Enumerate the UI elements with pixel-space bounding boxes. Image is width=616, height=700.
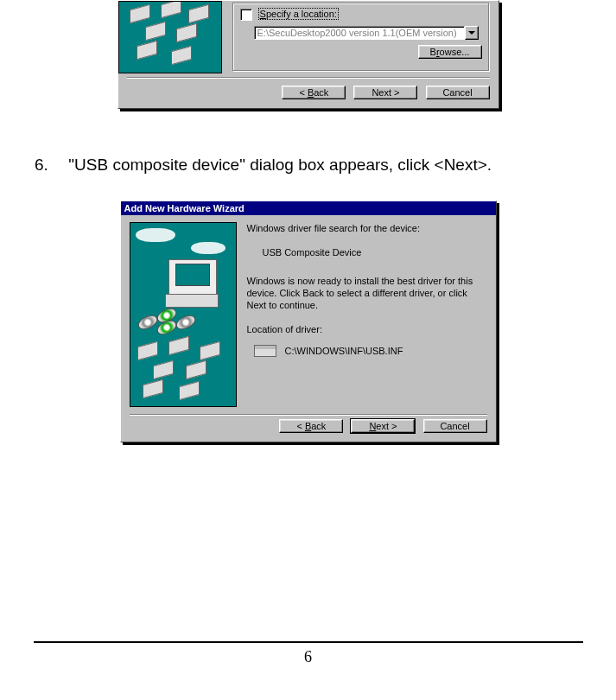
back-button[interactable]: < Back [279,419,343,433]
location-label: Location of driver: [247,323,487,335]
step-6-text: 6. "USB composite device" dialog box app… [35,156,616,175]
location-group: Specify a location: E:\SecuDesktop2000 v… [232,3,490,72]
floppy-icon [143,379,163,398]
location-combo-drop[interactable] [465,26,479,40]
add-hardware-dialog-top: Specify a location: E:\SecuDesktop2000 v… [117,0,499,109]
floppy-icon [168,336,189,355]
pc-base-icon [165,294,219,308]
floppy-icon [179,381,200,400]
next-button[interactable]: Next > [351,419,415,433]
cloud-icon [191,242,225,254]
next-button[interactable]: Next > [353,86,417,99]
cancel-button[interactable]: Cancel [426,86,490,99]
floppy-icon [188,4,209,23]
cancel-button[interactable]: Cancel [423,419,487,433]
floppy-icon [137,41,157,60]
driver-location-value: C:\WINDOWS\INF\USB.INF [285,345,403,357]
wizard-side-image [118,1,222,73]
back-button[interactable]: < Back [282,86,346,99]
page-number: 6 [0,643,616,666]
floppy-icon [176,23,197,42]
chevron-down-icon [465,26,479,40]
dialog-title: Add New Hardware Wizard [121,201,496,215]
specify-location-checkbox[interactable] [240,9,252,21]
cloud-icon [136,228,175,242]
step-number: 6. [35,156,64,175]
device-name: USB Composite Device [263,246,487,258]
search-caption: Windows driver file search for the devic… [247,222,487,234]
pc-icon [168,259,217,296]
add-hardware-dialog: Add New Hardware Wizard [120,200,497,442]
ready-caption: Windows is now ready to install the best… [247,275,487,312]
location-combo-text[interactable]: E:\SecuDesktop2000 version 1.1(OEM versi… [254,26,465,40]
floppy-icon [137,341,158,360]
floppy-icon [145,22,166,41]
floppy-icon [186,360,206,379]
drive-icon [254,345,276,357]
disc-icon [136,313,160,333]
browse-button[interactable]: Browse... [418,45,482,59]
floppy-icon [153,360,174,379]
floppy-icon [200,341,220,360]
floppy-icon [161,1,181,18]
floppy-icon [171,46,192,65]
floppy-icon [130,4,150,23]
wizard-side-image [130,222,237,407]
specify-location-label[interactable]: Specify a location: [258,8,339,20]
disc-icon [174,313,198,333]
